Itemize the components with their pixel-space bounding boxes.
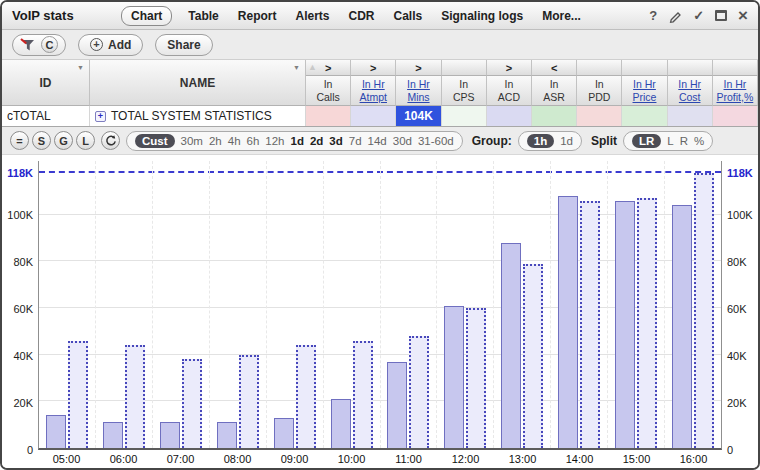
filter-op-in-hr-mins[interactable]: > <box>396 60 441 76</box>
cell-in-calls[interactable] <box>306 106 351 126</box>
filter-op-in-hr-profit-pct[interactable] <box>713 60 758 76</box>
chevron-down-icon[interactable]: ▼ <box>293 64 300 71</box>
chart-button-l[interactable]: L <box>76 131 95 150</box>
cell-in-pdd[interactable] <box>577 106 622 126</box>
bar-dotted-06-00[interactable] <box>125 345 145 448</box>
bar-dotted-10-00[interactable] <box>353 341 373 448</box>
bar-dotted-05-00[interactable] <box>68 341 88 448</box>
split-lr[interactable]: LR <box>632 134 661 148</box>
split-l[interactable]: L <box>667 135 673 147</box>
bar-solid-12-00[interactable] <box>444 306 464 448</box>
menu-item-more[interactable]: More... <box>539 7 584 25</box>
expand-icon[interactable]: + <box>95 111 106 122</box>
chart-button-g[interactable]: G <box>54 131 73 150</box>
split-r[interactable]: R <box>680 135 688 147</box>
col-header-in-hr-price[interactable]: In HrPrice <box>622 76 667 106</box>
filter-op-in-hr-price[interactable] <box>622 60 667 76</box>
range-31-60d[interactable]: 31-60d <box>418 135 454 147</box>
chart-button-s[interactable]: S <box>32 131 51 150</box>
col-header-in-asr[interactable]: InASR <box>532 76 577 106</box>
group-1d[interactable]: 1d <box>560 135 573 147</box>
bar-dotted-09-00[interactable] <box>296 345 316 448</box>
menu-item-cdr[interactable]: CDR <box>345 7 377 25</box>
bar-dotted-12-00[interactable] <box>466 308 486 448</box>
range-7d[interactable]: 7d <box>349 135 362 147</box>
share-button[interactable]: Share <box>155 34 212 56</box>
cell-in-hr-profit-pct[interactable] <box>713 106 758 126</box>
range-1d[interactable]: 1d <box>291 135 304 147</box>
bar-dotted-16-00[interactable] <box>694 173 714 448</box>
cell-in-hr-mins[interactable]: 104K <box>396 106 441 126</box>
range-12h[interactable]: 12h <box>265 135 284 147</box>
range-4h[interactable]: 4h <box>228 135 241 147</box>
bar-dotted-11-00[interactable] <box>409 336 429 448</box>
col-header-in-hr-mins[interactable]: In HrMins <box>396 76 441 106</box>
group-1h[interactable]: 1h <box>527 134 554 148</box>
cell-in-acd[interactable] <box>487 106 532 126</box>
bar-dotted-08-00[interactable] <box>239 355 259 448</box>
filter-op-in-asr[interactable]: < <box>532 60 577 76</box>
cell-in-hr-price[interactable] <box>622 106 667 126</box>
maximize-icon[interactable] <box>715 10 727 21</box>
col-header-id[interactable]: ID ▼ <box>2 60 90 106</box>
refresh-icon[interactable] <box>101 131 120 150</box>
bar-solid-15-00[interactable] <box>615 201 635 448</box>
col-header-in-pdd[interactable]: InPDD <box>577 76 622 106</box>
bar-solid-13-00[interactable] <box>501 243 521 448</box>
col-header-in-cps[interactable]: InCPS <box>442 76 487 106</box>
range-30d[interactable]: 30d <box>393 135 412 147</box>
bar-solid-10-00[interactable] <box>331 399 351 448</box>
menu-item-report[interactable]: Report <box>235 7 280 25</box>
filter-op-in-calls[interactable]: ▲> <box>306 60 351 76</box>
range-6h[interactable]: 6h <box>247 135 260 147</box>
cell-in-asr[interactable] <box>532 106 577 126</box>
bar-solid-07-00[interactable] <box>160 422 180 448</box>
col-header-name[interactable]: NAME ▼ <box>90 60 306 106</box>
bar-solid-06-00[interactable] <box>103 422 123 448</box>
col-header-in-hr-atmpt[interactable]: In HrAtmpt <box>351 76 396 106</box>
bar-dotted-15-00[interactable] <box>637 198 657 448</box>
menu-item-calls[interactable]: Calls <box>390 7 425 25</box>
bar-solid-08-00[interactable] <box>217 422 237 448</box>
col-header-in-hr-cost[interactable]: In HrCost <box>668 76 713 106</box>
split-pct[interactable]: % <box>694 135 704 147</box>
add-button[interactable]: + Add <box>78 34 143 56</box>
col-header-in-calls[interactable]: InCalls <box>306 76 351 106</box>
range-cust[interactable]: Cust <box>135 134 175 148</box>
clear-filter-button[interactable]: C <box>41 36 58 53</box>
filter-op-in-acd[interactable]: > <box>487 60 532 76</box>
chevron-down-icon[interactable]: ▼ <box>77 64 84 71</box>
row-name-cell[interactable]: + TOTAL SYSTEM STATISTICS <box>90 106 306 126</box>
bar-dotted-13-00[interactable] <box>523 264 543 448</box>
check-icon[interactable]: ✓ <box>693 9 704 22</box>
menu-item-chart[interactable]: Chart <box>121 6 172 26</box>
cell-in-hr-cost[interactable] <box>668 106 713 126</box>
help-icon[interactable]: ? <box>649 9 657 22</box>
close-icon[interactable]: × <box>738 7 748 24</box>
filter-op-in-hr-cost[interactable] <box>668 60 713 76</box>
menu-item-table[interactable]: Table <box>185 7 221 25</box>
bar-solid-09-00[interactable] <box>274 418 294 448</box>
cell-in-hr-atmpt[interactable] <box>351 106 396 126</box>
col-header-in-acd[interactable]: InACD <box>487 76 532 106</box>
filter-funnel-icon[interactable] <box>20 38 36 52</box>
range-14d[interactable]: 14d <box>368 135 387 147</box>
row-id-cell[interactable]: cTOTAL <box>2 106 90 126</box>
bar-dotted-07-00[interactable] <box>182 359 202 448</box>
range-3d[interactable]: 3d <box>329 135 342 147</box>
chart-button-[interactable]: = <box>10 131 29 150</box>
edit-pencil-icon[interactable] <box>668 9 682 23</box>
filter-op-in-cps[interactable] <box>442 60 487 76</box>
bar-solid-11-00[interactable] <box>387 362 407 448</box>
menu-item-signaling-logs[interactable]: Signaling logs <box>438 7 526 25</box>
menu-item-alerts[interactable]: Alerts <box>292 7 332 25</box>
bar-solid-05-00[interactable] <box>46 415 66 448</box>
range-30m[interactable]: 30m <box>181 135 203 147</box>
range-2d[interactable]: 2d <box>310 135 323 147</box>
cell-in-cps[interactable] <box>442 106 487 126</box>
col-header-in-hr-profit-pct[interactable]: In HrProfit,% <box>713 76 758 106</box>
filter-op-in-hr-atmpt[interactable]: > <box>351 60 396 76</box>
range-2h[interactable]: 2h <box>209 135 222 147</box>
filter-op-in-pdd[interactable] <box>577 60 622 76</box>
bar-solid-14-00[interactable] <box>558 196 578 448</box>
